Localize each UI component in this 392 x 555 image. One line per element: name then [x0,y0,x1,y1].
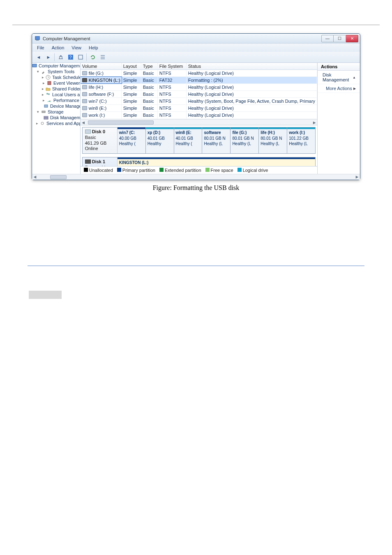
tree-device-manager[interactable]: Device Manager [32,103,80,109]
partition-status: Healthy (L [261,141,279,146]
back-button[interactable]: ◄ [35,53,43,61]
volume-row[interactable]: win7 (C:)SimpleBasicNTFSHealthy (System,… [81,98,317,105]
disk-0-kind: Basic [85,135,96,140]
partition[interactable]: life (H:)80.01 GB NHealthy (L [259,127,287,153]
tree-shared-folders[interactable]: ▸Shared Folders [32,86,80,92]
scroll-thumb[interactable] [88,120,154,125]
partition-kingston[interactable]: KINGSTON (L:) 7.21 GB Formatting : (2%) [118,157,315,166]
volume-icon [82,99,87,103]
scroll-right-icon[interactable]: ► [311,120,317,125]
partition[interactable]: file (G:)80.01 GB NHealthy (L [231,127,259,153]
svg-rect-12 [44,116,48,118]
legend-swatch-primary [117,168,121,172]
tree-event-viewer[interactable]: ▸Event Viewer [32,80,80,86]
partition-size: 80.01 GB N [204,136,225,141]
volume-row[interactable]: file (G:)SimpleBasicNTFSHealthy (Logical… [81,70,317,77]
placeholder-box [29,291,62,299]
help-button[interactable]: ? [67,53,75,61]
col-layout[interactable]: Layout [122,63,141,69]
tree-label: System Tools [48,69,74,74]
svg-rect-1 [36,40,39,40]
col-type[interactable]: Type [141,63,158,69]
minimize-button[interactable]: — [321,35,334,42]
svg-rect-13 [44,118,48,119]
chevron-right-icon[interactable]: ▶ [353,87,356,90]
tree-storage[interactable]: ▾Storage [32,109,80,115]
actions-disk-management[interactable]: Disk Management ▲ [318,71,360,84]
menu-action[interactable]: Action [48,44,68,51]
tree-label: Device Manager [50,104,81,109]
partition-label: win8 (E: [176,130,201,136]
close-button[interactable]: ✕ [346,35,358,42]
col-status[interactable]: Status [187,63,317,69]
tree-local-users[interactable]: ▸Local Users and Groups [32,92,80,97]
scroll-left-icon[interactable]: ◄ [81,120,86,125]
tree-label: Task Scheduler [52,75,81,80]
prop-button[interactable] [76,53,85,61]
actions-panel: Actions Disk Management ▲ More Actions ▶ [317,63,360,174]
partition-bar [118,127,145,129]
tree-root[interactable]: Computer Management (Local [32,63,80,69]
tree-root-label: Computer Management (Local [39,63,81,68]
partition-status: Healthy (L [289,141,308,146]
tree-hscroll[interactable]: ◄ ► [32,174,360,180]
col-volume[interactable]: Volume [81,63,122,69]
legend-swatch-extended [159,168,164,172]
tree-system-tools[interactable]: ▾System Tools [32,69,80,74]
partition[interactable]: xp (D:)40.01 GBHealthy [146,127,174,153]
partition[interactable]: win7 (C:40.00 GBHealthy ( [118,127,146,153]
scroll-left-icon[interactable]: ◄ [32,174,38,180]
disk-map-area[interactable]: Disk 0 Basic 461.29 GB Online win7 (C:40… [81,125,317,166]
partition[interactable]: win8 (E:40.01 GBHealthy ( [174,127,203,153]
menu-view[interactable]: View [68,44,85,51]
maximize-button[interactable]: ☐ [334,35,346,42]
scroll-right-icon[interactable]: ► [354,174,360,180]
volume-hscroll[interactable]: ◄ ► [81,119,317,125]
menu-help[interactable]: Help [85,44,101,51]
volume-row[interactable]: software (F:)SimpleBasicNTFSHealthy (Log… [81,91,317,98]
tree-label: Event Viewer [53,81,80,86]
tree-performance[interactable]: ▸Performance [32,97,80,103]
volume-header[interactable]: Volume Layout Type File System Status [81,63,317,70]
titlebar[interactable]: Computer Management — ☐ ✕ [32,34,360,44]
folder-share-icon [46,86,51,91]
partition-status: Healthy [148,141,161,146]
col-fs[interactable]: File System [158,63,187,69]
menu-file[interactable]: File [34,44,48,51]
forward-button[interactable]: ► [44,53,53,61]
legend-swatch-unallocated [84,168,88,172]
list-button[interactable] [99,53,107,61]
tree-disk-management[interactable]: Disk Management [32,115,80,120]
legend: Unallocated Primary partition Extended p… [81,166,317,174]
partition[interactable]: work (I:)101.22 GBHealthy (L [287,127,315,153]
wrench-icon [41,69,46,74]
disk-1[interactable]: Disk 1 Removable 7.21 GB Online KINGSTON… [82,157,316,166]
volume-row[interactable]: life (H:)SimpleBasicNTFSHealthy (Logical… [81,84,317,91]
scroll-thumb[interactable] [50,175,67,179]
volume-icon [82,85,87,89]
disk-1-partitions: KINGSTON (L:) 7.21 GB Formatting : (2%) [118,157,315,166]
collapse-up-icon[interactable]: ▲ [353,76,356,79]
tree-task-scheduler[interactable]: ▸Task Scheduler [32,74,80,80]
volume-icon [82,92,87,96]
disk-0[interactable]: Disk 0 Basic 461.29 GB Online win7 (C:40… [82,127,316,154]
volume-icon [82,113,87,117]
actions-row-label: Disk Management [323,72,353,82]
up-button[interactable] [57,53,65,61]
svg-point-14 [41,122,44,125]
partition-label: file (G:) [232,130,257,136]
volume-row[interactable]: win8 (E:)SimpleBasicNTFSHealthy (Logical… [81,105,317,112]
partition-bar [231,127,258,129]
book-icon [47,81,52,86]
tree-services-apps[interactable]: ▸Services and Applications [32,120,80,126]
refresh-button[interactable] [89,53,97,61]
tree-label: Local Users and Groups [52,92,81,97]
volume-row[interactable]: work (I:)SimpleBasicNTFSHealthy (Logical… [81,112,317,119]
volume-row[interactable]: KINGSTON (L:)SimpleBasicFAT32Formatting … [81,77,317,84]
nav-tree[interactable]: Computer Management (Local ▾System Tools… [32,63,81,174]
partition[interactable]: software80.01 GB NHealthy (L [202,127,231,153]
actions-more[interactable]: More Actions ▶ [318,84,360,93]
toolbar: ◄ ► ? [32,52,360,63]
clock-icon [46,75,51,80]
volume-list[interactable]: file (G:)SimpleBasicNTFSHealthy (Logical… [81,70,317,119]
